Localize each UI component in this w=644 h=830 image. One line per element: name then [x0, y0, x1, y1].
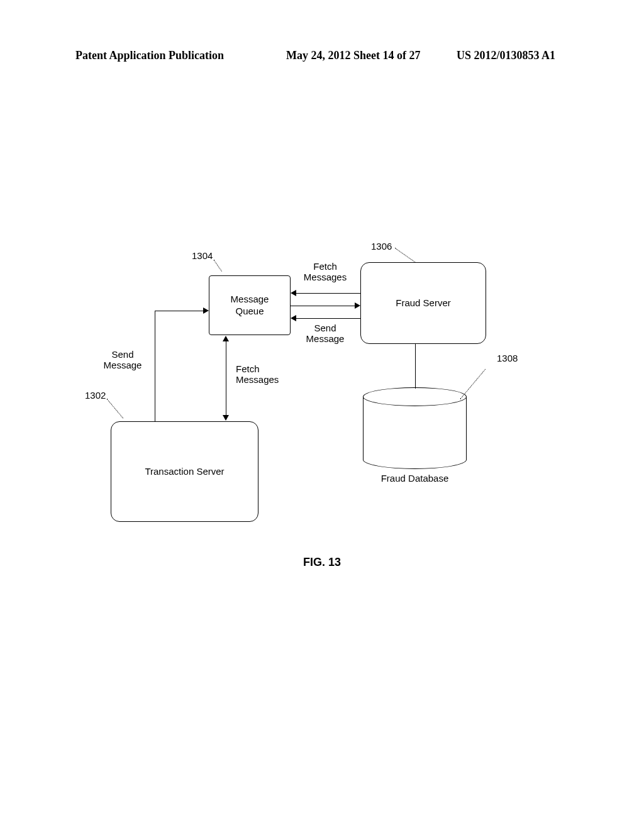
ref-1308: 1308 — [497, 353, 518, 363]
arrowhead-mq-fs-fetch — [291, 290, 296, 296]
ref-1302: 1302 — [85, 390, 106, 401]
node-message-queue-box: Message Queue — [209, 275, 291, 335]
arrowhead-mq-fs-mid — [355, 302, 360, 309]
edge-mq-fs-send — [296, 318, 360, 319]
label-mq-fs-fetch: Fetch Messages — [297, 261, 353, 283]
node-fraud-database-label: Fraud Database — [363, 473, 467, 484]
cylinder-mask — [364, 451, 466, 460]
edge-ts-mq-fetch-v — [226, 341, 226, 415]
node-transaction-server-label: Transaction Server — [145, 466, 224, 478]
diagram: Message Queue Fraud Server Transaction S… — [0, 0, 644, 830]
node-transaction-server: Transaction Server — [111, 421, 258, 522]
cylinder-top-ellipse — [363, 387, 467, 406]
ref-1306-leader — [395, 248, 416, 263]
node-fraud-server-label: Fraud Server — [396, 297, 451, 309]
arrowhead-ts-mq-fetch-up — [223, 336, 229, 341]
page: Patent Application Publication May 24, 2… — [0, 0, 644, 830]
node-transaction-server-box: Transaction Server — [111, 421, 258, 522]
arrowhead-ts-mq-fetch-down — [223, 415, 229, 421]
ref-1308-leader — [460, 369, 486, 399]
ref-1304-leader — [214, 260, 222, 272]
edge-ts-mq-send-v — [155, 311, 155, 421]
ref-1302-leader — [107, 399, 123, 418]
arrowhead-mq-fs-send — [291, 315, 296, 321]
label-ts-mq-send: Send Message — [94, 349, 151, 371]
edge-mq-fs-fetch — [296, 293, 360, 294]
node-fraud-server-box: Fraud Server — [360, 262, 486, 344]
ref-1304: 1304 — [192, 250, 213, 261]
figure-label: FIG. 13 — [0, 556, 644, 569]
node-message-queue-label: Message Queue — [231, 294, 269, 318]
arrowhead-ts-mq-send — [203, 307, 209, 314]
label-mq-fs-send: Send Message — [297, 323, 353, 345]
edge-mq-fs-mid — [291, 306, 355, 306]
ref-1306: 1306 — [371, 241, 392, 252]
node-fraud-server: Fraud Server — [360, 262, 486, 344]
edge-fs-db — [415, 344, 416, 389]
edge-ts-mq-send-h — [155, 311, 203, 311]
node-fraud-database — [363, 387, 467, 469]
label-ts-mq-fetch: Fetch Messages — [236, 363, 292, 385]
node-message-queue: Message Queue — [209, 275, 291, 335]
